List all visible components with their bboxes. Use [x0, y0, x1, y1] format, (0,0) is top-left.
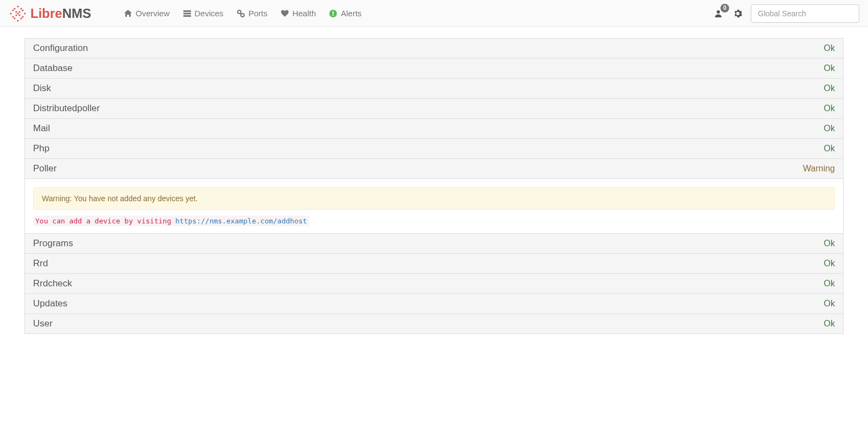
panel-status: Ok	[824, 299, 835, 309]
panel-heading[interactable]: UserOk	[25, 314, 843, 334]
nav-ports-label: Ports	[248, 9, 267, 18]
svg-point-16	[17, 12, 18, 14]
panel-status: Ok	[824, 63, 835, 73]
panel-status: Ok	[824, 319, 835, 329]
global-search-input[interactable]	[751, 4, 859, 23]
navbar: LibreNMS Overview Devices Ports	[0, 0, 868, 27]
panel-title: Programs	[33, 238, 73, 249]
panel-title: Rrd	[33, 258, 48, 269]
svg-rect-26	[333, 15, 334, 16]
svg-point-5	[20, 8, 22, 9]
panel-status: Ok	[824, 279, 835, 288]
svg-point-0	[17, 5, 18, 7]
svg-point-6	[14, 17, 15, 19]
nav-alerts[interactable]: Alerts	[323, 4, 367, 22]
panel-status: Warning	[803, 164, 835, 174]
nav-devices-label: Devices	[195, 9, 224, 18]
nav-alerts-label: Alerts	[341, 9, 361, 18]
panel-heading[interactable]: DatabaseOk	[25, 59, 843, 78]
panel-heading[interactable]: ProgramsOk	[25, 234, 843, 253]
svg-point-12	[15, 11, 17, 12]
panel-heading[interactable]: ConfigurationOk	[25, 39, 843, 58]
settings-menu[interactable]	[731, 7, 744, 20]
addhost-link[interactable]: https://nms.example.com/addhost	[175, 217, 307, 225]
panel-title: Configuration	[33, 43, 88, 54]
code-text: You can add a device by visiting https:/…	[33, 216, 309, 226]
validation-panel: ConfigurationOk	[24, 39, 844, 59]
panel-title: Distributedpoller	[33, 103, 100, 114]
svg-point-27	[717, 10, 720, 14]
gear-icon	[733, 9, 742, 18]
validation-panel: MailOk	[24, 119, 844, 139]
nav-overview-label: Overview	[136, 9, 170, 18]
svg-point-14	[15, 14, 17, 16]
svg-rect-19	[183, 12, 191, 14]
panel-heading[interactable]: PollerWarning	[25, 159, 843, 178]
svg-point-4	[14, 8, 15, 9]
panel-body: Warning: You have not added any devices …	[25, 178, 843, 233]
fix-suggestion: You can add a device by visiting https:/…	[33, 216, 835, 225]
user-menu[interactable]: 0	[712, 7, 725, 20]
panel-title: Disk	[33, 83, 51, 94]
svg-point-8	[12, 9, 14, 11]
panel-heading[interactable]: UpdatesOk	[25, 294, 843, 313]
svg-rect-20	[183, 15, 191, 17]
nav-health-label: Health	[292, 9, 316, 18]
panel-status: Ok	[824, 43, 835, 53]
panel-heading[interactable]: PhpOk	[25, 139, 843, 158]
panel-title: Php	[33, 143, 49, 154]
logo[interactable]: LibreNMS	[9, 5, 110, 22]
svg-point-2	[10, 12, 11, 14]
navbar-right: 0	[712, 4, 859, 23]
panel-heading[interactable]: DistributedpollerOk	[25, 99, 843, 118]
validation-panel: RrdOk	[24, 254, 844, 274]
validation-panel: PhpOk	[24, 139, 844, 159]
validation-panel: ProgramsOk	[24, 234, 844, 254]
svg-rect-25	[333, 11, 334, 14]
main-content: ConfigurationOkDatabaseOkDiskOkDistribut…	[16, 38, 852, 334]
panel-status: Ok	[824, 124, 835, 133]
panel-title: Rrdcheck	[33, 278, 72, 289]
panel-title: Updates	[33, 298, 67, 309]
svg-point-15	[18, 14, 20, 16]
alert-icon	[329, 9, 337, 18]
panel-title: Poller	[33, 163, 56, 174]
svg-point-11	[22, 16, 23, 17]
svg-line-23	[240, 13, 241, 14]
nav-health[interactable]: Health	[275, 4, 321, 22]
link-icon	[237, 9, 245, 18]
panel-title: Mail	[33, 123, 50, 134]
panel-heading[interactable]: RrdcheckOk	[25, 274, 843, 293]
server-icon	[183, 9, 192, 18]
svg-point-3	[24, 12, 25, 14]
svg-point-9	[22, 9, 23, 11]
validation-panel: RrdcheckOk	[24, 274, 844, 294]
svg-point-1	[17, 20, 18, 21]
notification-badge: 0	[720, 4, 729, 12]
svg-point-7	[20, 17, 22, 19]
panel-title: User	[33, 318, 53, 329]
svg-text:LibreNMS: LibreNMS	[30, 6, 91, 21]
panel-status: Ok	[824, 104, 835, 113]
nav-overview[interactable]: Overview	[118, 4, 175, 22]
validation-panel: UserOk	[24, 314, 844, 334]
panel-status: Ok	[824, 84, 835, 93]
nav-devices[interactable]: Devices	[177, 4, 229, 22]
navbar-left: LibreNMS Overview Devices Ports	[9, 4, 367, 22]
warning-alert: Warning: You have not added any devices …	[33, 187, 835, 210]
panel-heading[interactable]: MailOk	[25, 119, 843, 138]
panel-heading[interactable]: RrdOk	[25, 254, 843, 273]
nav-ports[interactable]: Ports	[231, 4, 273, 22]
heartbeat-icon	[280, 9, 289, 18]
logo-text-1: Libre	[30, 6, 62, 21]
panel-status: Ok	[824, 144, 835, 153]
validation-panel: DistributedpollerOk	[24, 99, 844, 119]
svg-point-13	[18, 11, 20, 12]
panel-status: Ok	[824, 259, 835, 268]
validation-panel: DatabaseOk	[24, 59, 844, 79]
panel-status: Ok	[824, 239, 835, 248]
svg-rect-18	[183, 10, 191, 12]
panel-heading[interactable]: DiskOk	[25, 79, 843, 98]
validation-panel: DiskOk	[24, 79, 844, 99]
panel-title: Database	[33, 63, 73, 74]
